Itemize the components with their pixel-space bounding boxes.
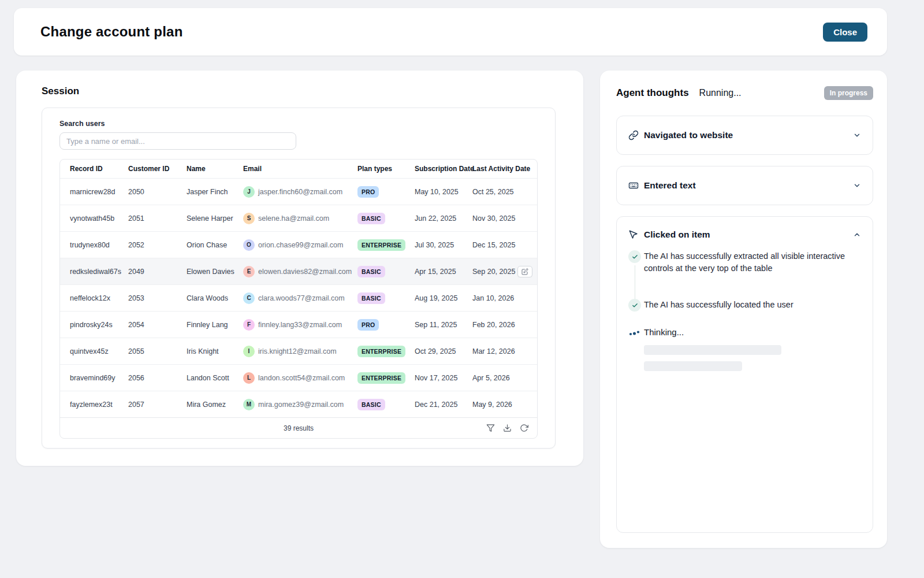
avatar: M [243,399,255,410]
check-icon [628,250,641,263]
results-count: 39 results [60,424,537,432]
table-row[interactable]: pindrosky24s 2054 Finnley Lang F finnley… [60,311,537,338]
cell-email: F finnley.lang33@zmail.com [243,319,357,331]
check-item: The AI has successfully extracted all vi… [628,250,861,275]
cell-customer-id: 2054 [128,321,187,329]
cell-plan: PRO [357,186,415,198]
search-input[interactable] [59,132,296,150]
cell-name: Finnley Lang [187,321,243,329]
cell-plan: BASIC [357,213,415,224]
chevron-up-icon[interactable] [853,231,861,239]
cell-last-activity-date: Feb 20, 2026 [472,321,537,329]
table-row[interactable]: neffelock12x 2053 Clara Woods C clara.wo… [60,284,537,311]
step-header[interactable]: Clicked on item [628,229,861,240]
page-title: Change account plan [40,24,183,40]
cell-plan: ENTERPRISE [357,346,415,357]
column-header: Customer ID [128,165,187,173]
check-text: The AI has successfully extracted all vi… [644,250,859,275]
cell-record-id: quintvex45z [70,347,128,355]
agent-steps: Navigated to website Entered text Clicke… [616,116,873,533]
column-header: Email [243,165,357,173]
cell-name: Clara Woods [187,294,243,302]
cell-email: J jasper.finch60@zmail.com [243,186,357,198]
filter-icon[interactable] [485,423,495,433]
cell-subscription-date: May 10, 2025 [415,188,472,196]
agent-thoughts-panel: Agent thoughts Running... In progress Na… [600,71,887,548]
cell-record-id: pindrosky24s [70,321,128,329]
avatar: S [243,213,255,224]
chevron-down-icon[interactable] [853,181,861,190]
avatar: L [243,372,255,384]
table-row[interactable]: trudynex80d 2052 Orion Chase O orion.cha… [60,231,537,258]
last-activity-text: Jan 10, 2026 [472,294,514,302]
chevron-down-icon[interactable] [853,131,861,139]
cell-name: Selene Harper [187,214,243,223]
cell-last-activity-date: Oct 25, 2025 [472,188,537,196]
cell-name: Landon Scott [187,374,243,382]
cell-record-id: vynotwath45b [70,214,128,223]
cell-name: Elowen Davies [187,268,243,276]
session-panel: Session Search users Record IDCustomer I… [16,71,583,466]
column-header: Record ID [70,165,128,173]
cell-email: L landon.scott54@zmail.com [243,372,357,384]
plan-badge: PRO [357,319,379,331]
cell-last-activity-date: Dec 15, 2025 [472,241,537,249]
thinking-dots-icon [628,327,641,337]
plan-badge: BASIC [357,266,385,277]
cell-subscription-date: Oct 29, 2025 [415,347,472,355]
last-activity-text: Nov 30, 2025 [472,214,515,223]
status-badge: In progress [824,86,873,100]
cell-plan: BASIC [357,266,415,277]
edit-row-button[interactable] [517,266,532,277]
cell-subscription-date: Sep 11, 2025 [415,321,472,329]
thinking-label: Thinking... [644,327,684,337]
table-row[interactable]: redkslediwal67s 2049 Elowen Davies E elo… [60,258,537,284]
email-text: jasper.finch60@zmail.com [258,188,342,196]
close-button[interactable]: Close [823,23,867,42]
keyboard-icon [628,180,639,191]
table-row[interactable]: quintvex45z 2055 Iris Knight I iris.knig… [60,338,537,364]
cursor-icon [628,229,639,240]
cell-record-id: bravemind69y [70,374,128,382]
cell-last-activity-date: Sep 20, 2025 [472,266,537,277]
search-users-label: Search users [59,120,538,128]
cell-email: M mira.gomez39@zmail.com [243,399,357,410]
plan-badge: ENTERPRISE [357,239,405,251]
avatar: J [243,186,255,198]
cell-subscription-date: Apr 15, 2025 [415,268,472,276]
users-table: Record IDCustomer IDNameEmailPlan typesS… [59,159,538,439]
email-text: finnley.lang33@zmail.com [258,321,342,329]
table-row[interactable]: bravemind69y 2056 Landon Scott L landon.… [60,364,537,391]
table-row[interactable]: marnicrew28d 2050 Jasper Finch J jasper.… [60,178,537,205]
cell-email: E elowen.davies82@zmail.com [243,266,357,277]
email-text: orion.chase99@zmail.com [258,241,343,249]
cell-customer-id: 2057 [128,401,187,409]
check-list: The AI has successfully extracted all vi… [628,250,861,312]
table-footer: 39 results [60,417,537,438]
agent-step-card[interactable]: Clicked on item The AI has successfully … [616,216,873,533]
cell-name: Iris Knight [187,347,243,355]
step-header[interactable]: Entered text [628,180,861,191]
agent-step-card[interactable]: Navigated to website [616,116,873,155]
table-header-row: Record IDCustomer IDNameEmailPlan typesS… [60,160,537,178]
cell-plan: BASIC [357,292,415,304]
cell-subscription-date: Jul 30, 2025 [415,241,472,249]
agent-step-card[interactable]: Entered text [616,166,873,205]
plan-badge: ENTERPRISE [357,346,405,357]
check-icon [628,299,641,312]
skeleton-bar [644,345,781,355]
column-header: Name [187,165,243,173]
pencil-icon [521,268,528,275]
page-header: Change account plan Close [14,8,887,55]
table-row[interactable]: vynotwath45b 2051 Selene Harper S selene… [60,205,537,231]
cell-last-activity-date: May 9, 2026 [472,401,537,409]
step-header[interactable]: Navigated to website [628,130,861,140]
cell-name: Mira Gomez [187,401,243,409]
table-row[interactable]: fayzlemex23t 2057 Mira Gomez M mira.gome… [60,391,537,417]
step-label: Entered text [644,180,696,191]
refresh-icon[interactable] [519,423,529,433]
last-activity-text: Sep 20, 2025 [472,268,515,276]
cell-last-activity-date: Apr 5, 2026 [472,374,537,382]
agent-thoughts-title: Agent thoughts [616,87,689,99]
download-icon[interactable] [502,423,512,433]
